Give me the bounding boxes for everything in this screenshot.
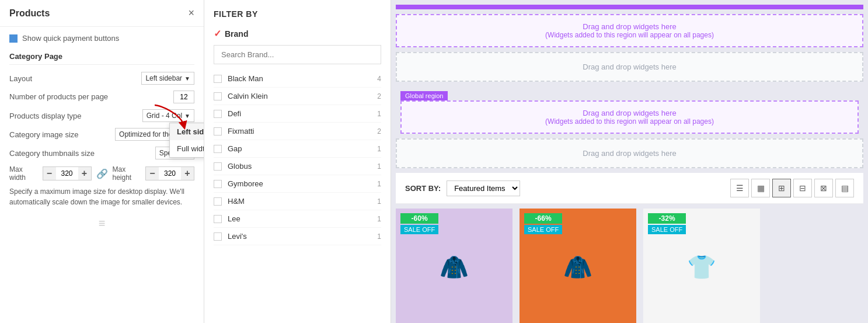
brand-title-text: Brand [225, 29, 248, 39]
max-width-decrease-button[interactable]: − [43, 167, 56, 180]
layout-dropdown-menu: Left sidebar Full width [169, 123, 204, 158]
search-brand-input[interactable] [214, 45, 381, 64]
brand-item-left: H&M [214, 197, 245, 206]
max-width-label: Max width [9, 165, 38, 182]
brand-list-item: Calvin Klein 2 [214, 88, 381, 105]
products-display-type-dropdown[interactable]: Grid - 4 Col ▼ [142, 109, 194, 122]
products-display-type-value: Grid - 4 Col ▼ [142, 109, 194, 122]
brand-item-checkbox[interactable] [214, 145, 222, 153]
max-width-increase-button[interactable]: + [78, 167, 91, 180]
sort-by-label: SORT BY: [405, 184, 441, 193]
drag-region-3[interactable]: Drag and drop widgets here [396, 138, 863, 168]
close-button[interactable]: × [188, 7, 194, 19]
dropdown-item-left-sidebar[interactable]: Left sidebar [170, 123, 204, 140]
drag-text-3: Drag and drop widgets here [406, 149, 853, 158]
brand-list-item: Fixmatti 2 [214, 123, 381, 140]
brand-item-left: Gymboree [214, 179, 263, 188]
product-card[interactable]: -32% SALE OFF 👕 Oversized T-shirt Ground… [643, 209, 760, 323]
products-per-page-label: Number of products per page [9, 92, 173, 102]
layout-dropdown-caret: ▼ [184, 75, 190, 82]
brand-item-name: Gymboree [228, 179, 263, 188]
brand-item-checkbox[interactable] [214, 180, 222, 188]
drag-region-1[interactable]: Drag and drop widgets here (Widgets adde… [396, 14, 863, 47]
main-content: Drag and drop widgets here (Widgets adde… [391, 0, 868, 323]
sale-percent: -60% [400, 213, 438, 224]
brand-item-left: Black Man [214, 74, 263, 83]
max-width-input[interactable] [56, 167, 78, 180]
filter-section-brand: ✓ Brand Black Man 4 Calvin Klein 2 Defi … [204, 28, 391, 245]
max-height-input[interactable] [159, 167, 181, 180]
drag-sub-text-1: (Widgets added to this region will appea… [404, 31, 855, 39]
dropdown-item-full-width[interactable]: Full width [170, 140, 204, 157]
brand-list-item: Globus 1 [214, 158, 381, 175]
filter-panel: FILTER BY ✓ Brand Black Man 4 Calvin Kle… [204, 0, 391, 323]
brand-item-checkbox[interactable] [214, 110, 222, 118]
view-table-icon[interactable]: ▤ [835, 179, 854, 197]
max-size-section: Max width − + 🔗 Max height − + [9, 165, 194, 182]
filter-section-brand-title: ✓ Brand [214, 28, 381, 39]
sale-off-label: SALE OFF [524, 225, 562, 234]
view-list-icon[interactable]: ☰ [730, 179, 749, 197]
drag-region-global[interactable]: Drag and drop widgets here (Widgets adde… [400, 100, 859, 134]
view-grid3-icon[interactable]: ⊞ [772, 179, 791, 197]
brand-list-item: Black Man 4 [214, 70, 381, 88]
link-icon[interactable]: 🔗 [96, 168, 108, 179]
brand-item-checkbox[interactable] [214, 127, 222, 136]
product-card[interactable]: -66% SALE OFF 🧥 Men's Jean Fancy Color D… [520, 209, 636, 323]
drag-handle[interactable]: ≡ [9, 217, 194, 230]
layout-value: Left sidebar ▼ [141, 72, 194, 85]
brand-item-checkbox[interactable] [214, 75, 222, 83]
brand-item-count: 2 [377, 127, 381, 136]
sort-select[interactable]: Featured Items Newest Items Best Selling… [447, 180, 520, 196]
layout-row: Layout Left sidebar ▼ [9, 72, 194, 85]
brand-list-item: Defi 1 [214, 105, 381, 123]
product-card[interactable]: -60% SALE OFF 🧥 Hoodies For Men Sweatshi… [396, 209, 513, 323]
brand-item-name: Defi [228, 109, 241, 118]
sale-badge: -60% SALE OFF [400, 213, 438, 234]
layout-dropdown[interactable]: Left sidebar ▼ [141, 72, 194, 85]
brand-item-checkbox[interactable] [214, 92, 222, 100]
brand-item-checkbox[interactable] [214, 162, 222, 171]
global-region-container: Global region Drag and drop widgets here… [396, 86, 863, 134]
max-height-control: − + [145, 166, 194, 180]
description-text: Specify a maximum image size for desktop… [9, 186, 194, 207]
brand-item-count: 1 [377, 110, 381, 118]
sale-off-label: SALE OFF [648, 225, 686, 234]
brand-item-left: Globus [214, 162, 252, 171]
layout-dropdown-value: Left sidebar [145, 74, 182, 82]
drag-region-2[interactable]: Drag and drop widgets here [396, 52, 863, 82]
max-height-increase-button[interactable]: + [181, 167, 194, 180]
products-display-type-dropdown-value: Grid - 4 Col [147, 112, 182, 120]
products-per-page-value [173, 91, 194, 103]
brand-item-name: Lee [228, 214, 240, 223]
drag-text-global: Drag and drop widgets here [409, 109, 850, 117]
top-stripe [396, 5, 863, 9]
brand-list-item: Gymboree 1 [214, 175, 381, 193]
quick-payment-row: Show quick payment buttons [9, 34, 194, 43]
drag-text-2: Drag and drop widgets here [406, 62, 853, 71]
products-per-page-input[interactable] [173, 91, 194, 103]
brand-item-checkbox[interactable] [214, 232, 222, 241]
view-grid5-icon[interactable]: ⊠ [814, 179, 833, 197]
view-grid4-icon[interactable]: ⊟ [793, 179, 812, 197]
brand-list-item: Gap 1 [214, 140, 381, 158]
brand-item-checkbox[interactable] [214, 215, 222, 223]
quick-payment-checkbox[interactable] [9, 34, 18, 43]
panel-title: Products [9, 8, 50, 19]
brand-item-left: Calvin Klein [214, 92, 268, 100]
sort-bar: SORT BY: Featured Items Newest Items Bes… [396, 173, 863, 204]
max-width-control: − + [43, 166, 92, 180]
brand-item-checkbox[interactable] [214, 197, 222, 206]
sale-off-label: SALE OFF [400, 225, 438, 234]
brand-item-name: H&M [228, 197, 245, 206]
view-grid2-icon[interactable]: ▦ [751, 179, 770, 197]
brand-list: Black Man 4 Calvin Klein 2 Defi 1 Fixmat… [214, 70, 381, 245]
max-height-decrease-button[interactable]: − [146, 167, 159, 180]
products-display-type-label: Products display type [9, 112, 142, 120]
brand-item-name: Levi's [228, 232, 247, 241]
brand-item-name: Gap [228, 144, 242, 153]
filter-header: FILTER BY [204, 0, 391, 28]
drag-text-1: Drag and drop widgets here [404, 22, 855, 31]
brand-item-left: Defi [214, 109, 241, 118]
products-grid: -60% SALE OFF 🧥 Hoodies For Men Sweatshi… [391, 209, 868, 323]
